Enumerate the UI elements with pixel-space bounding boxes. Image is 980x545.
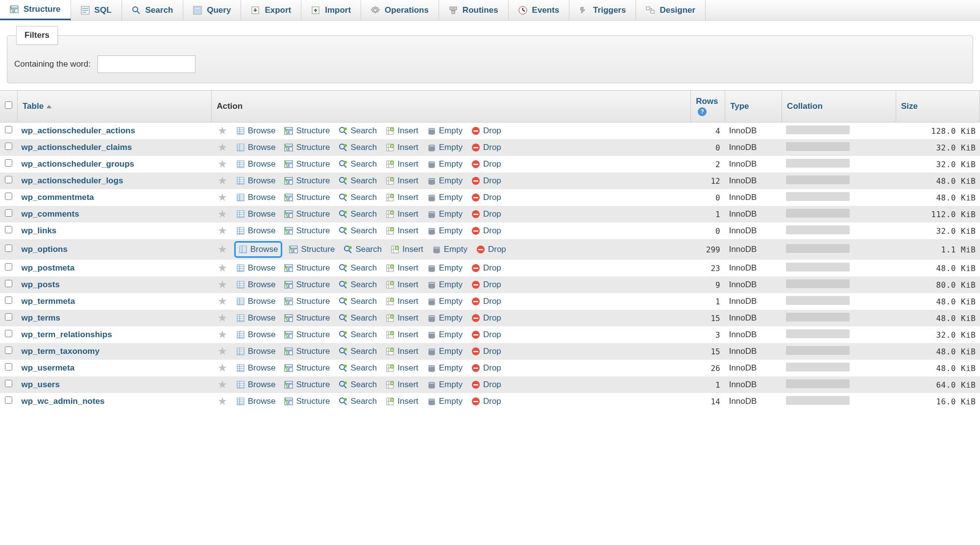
- tab-export[interactable]: Export: [241, 0, 301, 20]
- structure-action[interactable]: Structure: [282, 379, 332, 391]
- drop-action[interactable]: Drop: [469, 158, 503, 170]
- empty-action[interactable]: Empty: [425, 346, 465, 357]
- empty-action[interactable]: Empty: [425, 158, 465, 170]
- insert-action[interactable]: Insert: [384, 329, 420, 341]
- table-name-link[interactable]: wp_actionscheduler_logs: [22, 176, 123, 185]
- table-name-link[interactable]: wp_actionscheduler_groups: [22, 159, 135, 169]
- structure-action[interactable]: Structure: [282, 142, 332, 153]
- select-all-checkbox[interactable]: [5, 101, 12, 109]
- table-name-link[interactable]: wp_posts: [22, 280, 60, 289]
- search-action[interactable]: Search: [337, 158, 379, 170]
- insert-action[interactable]: Insert: [384, 158, 420, 170]
- structure-action[interactable]: Structure: [282, 158, 332, 170]
- col-size[interactable]: Size: [896, 91, 980, 123]
- tab-sql[interactable]: SQL: [71, 0, 122, 20]
- browse-action[interactable]: Browse: [234, 158, 278, 170]
- browse-action[interactable]: Browse: [234, 312, 278, 324]
- row-checkbox[interactable]: [5, 313, 12, 321]
- browse-action[interactable]: Browse: [234, 379, 278, 391]
- table-name-link[interactable]: wp_commentmeta: [22, 193, 94, 202]
- tab-operations[interactable]: Operations: [361, 0, 439, 20]
- insert-action[interactable]: Insert: [384, 125, 420, 137]
- structure-action[interactable]: Structure: [282, 262, 332, 274]
- table-name-link[interactable]: wp_actionscheduler_claims: [22, 143, 132, 152]
- structure-action[interactable]: Structure: [282, 396, 332, 407]
- structure-action[interactable]: Structure: [282, 346, 332, 357]
- search-action[interactable]: Search: [337, 396, 379, 407]
- insert-action[interactable]: Insert: [384, 296, 420, 307]
- row-checkbox[interactable]: [5, 280, 12, 287]
- structure-action[interactable]: Structure: [282, 312, 332, 324]
- table-name-link[interactable]: wp_usermeta: [22, 363, 75, 372]
- col-type[interactable]: Type: [725, 91, 782, 123]
- empty-action[interactable]: Empty: [425, 279, 465, 291]
- browse-action[interactable]: Browse: [234, 192, 278, 203]
- drop-action[interactable]: Drop: [469, 329, 503, 341]
- search-action[interactable]: Search: [337, 125, 379, 137]
- favorite-star-icon[interactable]: ★: [216, 224, 229, 237]
- empty-action[interactable]: Empty: [425, 396, 465, 407]
- browse-action[interactable]: Browse: [234, 225, 278, 237]
- col-rows[interactable]: Rows?: [691, 91, 725, 123]
- drop-action[interactable]: Drop: [469, 296, 503, 307]
- row-checkbox[interactable]: [5, 297, 12, 304]
- favorite-star-icon[interactable]: ★: [216, 295, 229, 308]
- drop-action[interactable]: Drop: [469, 208, 503, 220]
- favorite-star-icon[interactable]: ★: [216, 278, 229, 291]
- structure-action[interactable]: Structure: [282, 225, 332, 237]
- row-checkbox[interactable]: [5, 380, 12, 387]
- insert-action[interactable]: Insert: [384, 312, 420, 324]
- row-checkbox[interactable]: [5, 176, 12, 183]
- search-action[interactable]: Search: [337, 296, 379, 307]
- drop-action[interactable]: Drop: [469, 125, 503, 137]
- favorite-star-icon[interactable]: ★: [216, 124, 229, 137]
- drop-action[interactable]: Drop: [469, 279, 503, 291]
- table-name-link[interactable]: wp_comments: [22, 209, 79, 219]
- browse-action[interactable]: Browse: [234, 329, 278, 341]
- row-checkbox[interactable]: [5, 209, 12, 217]
- search-action[interactable]: Search: [337, 192, 379, 203]
- insert-action[interactable]: Insert: [384, 192, 420, 203]
- empty-action[interactable]: Empty: [425, 362, 465, 374]
- row-checkbox[interactable]: [5, 245, 12, 252]
- favorite-star-icon[interactable]: ★: [216, 243, 229, 256]
- drop-action[interactable]: Drop: [469, 379, 503, 391]
- insert-action[interactable]: Insert: [384, 175, 420, 187]
- col-table[interactable]: Table: [18, 91, 212, 123]
- insert-action[interactable]: Insert: [384, 262, 420, 274]
- browse-action[interactable]: Browse: [234, 142, 278, 153]
- browse-action[interactable]: Browse: [234, 279, 278, 291]
- search-action[interactable]: Search: [337, 279, 379, 291]
- empty-action[interactable]: Empty: [425, 312, 465, 324]
- tab-routines[interactable]: Routines: [439, 0, 509, 20]
- browse-action[interactable]: Browse: [234, 125, 278, 137]
- row-checkbox[interactable]: [5, 263, 12, 271]
- search-action[interactable]: Search: [337, 262, 379, 274]
- empty-action[interactable]: Empty: [425, 125, 465, 137]
- drop-action[interactable]: Drop: [469, 175, 503, 187]
- structure-action[interactable]: Structure: [282, 125, 332, 137]
- filter-word-input[interactable]: [98, 55, 196, 73]
- favorite-star-icon[interactable]: ★: [216, 262, 229, 274]
- table-name-link[interactable]: wp_wc_admin_notes: [22, 396, 105, 406]
- drop-action[interactable]: Drop: [469, 225, 503, 237]
- empty-action[interactable]: Empty: [425, 296, 465, 307]
- favorite-star-icon[interactable]: ★: [216, 395, 229, 408]
- browse-action[interactable]: Browse: [234, 241, 283, 258]
- drop-action[interactable]: Drop: [469, 396, 503, 407]
- empty-action[interactable]: Empty: [425, 208, 465, 220]
- row-checkbox[interactable]: [5, 159, 12, 167]
- row-checkbox[interactable]: [5, 330, 12, 337]
- table-name-link[interactable]: wp_actionscheduler_actions: [22, 126, 135, 135]
- favorite-star-icon[interactable]: ★: [216, 362, 229, 374]
- structure-action[interactable]: Structure: [282, 362, 332, 374]
- insert-action[interactable]: Insert: [384, 225, 420, 237]
- drop-action[interactable]: Drop: [469, 262, 503, 274]
- drop-action[interactable]: Drop: [469, 142, 503, 153]
- favorite-star-icon[interactable]: ★: [216, 191, 229, 204]
- tab-query[interactable]: Query: [183, 0, 241, 20]
- tab-search[interactable]: Search: [122, 0, 184, 20]
- empty-action[interactable]: Empty: [425, 225, 465, 237]
- favorite-star-icon[interactable]: ★: [216, 158, 229, 171]
- browse-action[interactable]: Browse: [234, 396, 278, 407]
